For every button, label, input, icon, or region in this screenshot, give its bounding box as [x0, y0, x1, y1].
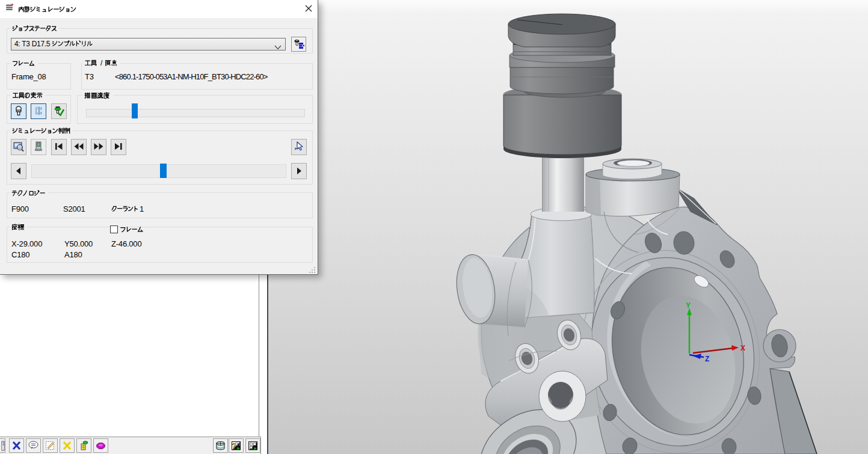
- svg-text:?: ?: [232, 442, 236, 450]
- svg-text:Z: Z: [705, 355, 709, 363]
- svg-text:Y: Y: [686, 301, 691, 310]
- svg-text:X: X: [740, 344, 745, 352]
